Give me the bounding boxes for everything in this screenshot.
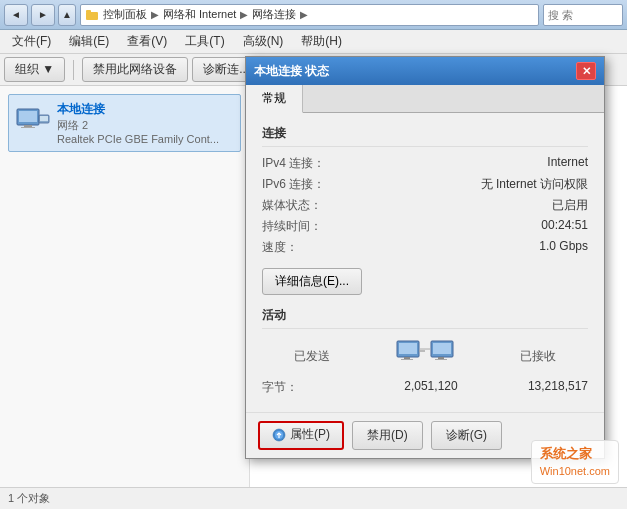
main-window: ◄ ► ▲ 控制面板 ▶ 网络和 Internet ▶ 网络连接 ▶ 文件(F)…: [0, 0, 627, 509]
tab-general[interactable]: 常规: [246, 85, 303, 113]
sent-label: 已发送: [294, 348, 330, 365]
svg-rect-1: [86, 10, 91, 13]
activity-section-title: 活动: [262, 307, 588, 329]
adapter-name: Realtek PCIe GBE Family Cont...: [57, 133, 234, 145]
dialog-body: 连接 IPv4 连接： Internet IPv6 连接： 无 Internet…: [246, 113, 604, 412]
sent-bytes: 2,051,120: [404, 379, 457, 396]
address-bar[interactable]: 控制面板 ▶ 网络和 Internet ▶ 网络连接 ▶: [80, 4, 539, 26]
sep2: ▶: [240, 9, 248, 20]
properties-button[interactable]: 属性(P): [258, 421, 344, 450]
speed-value: 1.0 Gbps: [539, 239, 588, 256]
network-adapter-icon: [15, 101, 51, 137]
diagnose-dialog-button[interactable]: 诊断(G): [431, 421, 502, 450]
watermark-line1: 系统之家: [540, 445, 610, 463]
status-text: 1 个对象: [8, 491, 50, 506]
svg-rect-3: [19, 111, 37, 122]
dialog-title-bar: 本地连接 状态 ✕: [246, 57, 604, 85]
menu-view[interactable]: 查看(V): [119, 31, 175, 52]
sep1: ▶: [151, 9, 159, 20]
watermark: 系统之家 Win10net.com: [531, 440, 619, 484]
dialog-tabs: 常规: [246, 85, 604, 113]
network-info: 本地连接 网络 2 Realtek PCIe GBE Family Cont..…: [57, 101, 234, 145]
duration-row: 持续时间： 00:24:51: [262, 218, 588, 235]
speed-row: 速度： 1.0 Gbps: [262, 239, 588, 256]
ipv6-label: IPv6 连接：: [262, 176, 342, 193]
bytes-row: 字节： 2,051,120 13,218,517: [262, 379, 588, 396]
svg-rect-15: [438, 357, 444, 359]
ipv4-label: IPv4 连接：: [262, 155, 342, 172]
address-part-1: 控制面板: [103, 7, 147, 22]
menu-edit[interactable]: 编辑(E): [61, 31, 117, 52]
menu-bar: 文件(F) 编辑(E) 查看(V) 工具(T) 高级(N) 帮助(H): [0, 30, 627, 54]
computers-activity-icon: [395, 337, 455, 375]
properties-icon: [272, 428, 286, 442]
connection-section-title: 连接: [262, 125, 588, 147]
ipv4-value: Internet: [547, 155, 588, 172]
bytes-label: 字节：: [262, 379, 342, 396]
back-button[interactable]: ◄: [4, 4, 28, 26]
dialog-close-button[interactable]: ✕: [576, 62, 596, 80]
watermark-line2: Win10net.com: [540, 464, 610, 479]
forward-button[interactable]: ►: [31, 4, 55, 26]
svg-rect-9: [399, 343, 417, 354]
duration-label: 持续时间：: [262, 218, 342, 235]
toolbar-sep: [73, 60, 74, 80]
svg-rect-7: [40, 116, 48, 121]
svg-rect-14: [433, 343, 451, 354]
svg-rect-11: [401, 359, 413, 360]
address-part-2: 网络和 Internet: [163, 7, 236, 22]
connection-name: 本地连接: [57, 101, 234, 118]
up-button[interactable]: ▲: [58, 4, 76, 26]
network-type: 网络 2: [57, 118, 234, 133]
ipv6-row: IPv6 连接： 无 Internet 访问权限: [262, 176, 588, 193]
recv-label-col: 已接收: [520, 348, 556, 365]
detail-info-button[interactable]: 详细信息(E)...: [262, 268, 362, 295]
left-panel: 本地连接 网络 2 Realtek PCIe GBE Family Cont..…: [0, 86, 250, 487]
svg-rect-5: [21, 127, 35, 128]
media-row: 媒体状态： 已启用: [262, 197, 588, 214]
menu-help[interactable]: 帮助(H): [293, 31, 350, 52]
duration-value: 00:24:51: [541, 218, 588, 235]
dialog-title: 本地连接 状态: [254, 63, 329, 80]
search-input[interactable]: [543, 4, 623, 26]
menu-file[interactable]: 文件(F): [4, 31, 59, 52]
recv-label: 已接收: [520, 348, 556, 365]
recv-bytes: 13,218,517: [528, 379, 588, 396]
network-connection-item[interactable]: 本地连接 网络 2 Realtek PCIe GBE Family Cont..…: [8, 94, 241, 152]
folder-icon: [85, 8, 99, 22]
title-bar: ◄ ► ▲ 控制面板 ▶ 网络和 Internet ▶ 网络连接 ▶: [0, 0, 627, 30]
connection-status-dialog: 本地连接 状态 ✕ 常规 连接 IPv4 连接： Internet IPv6 连…: [245, 56, 605, 459]
properties-btn-label: 属性(P): [290, 426, 330, 443]
ipv6-value: 无 Internet 访问权限: [481, 176, 588, 193]
sep3: ▶: [300, 9, 308, 20]
disable-network-button[interactable]: 禁用此网络设备: [82, 57, 188, 82]
svg-rect-10: [404, 357, 410, 359]
activity-section: 活动 已发送: [262, 307, 588, 396]
menu-advanced[interactable]: 高级(N): [235, 31, 292, 52]
status-bar: 1 个对象: [0, 487, 627, 509]
media-label: 媒体状态：: [262, 197, 342, 214]
disable-button[interactable]: 禁用(D): [352, 421, 423, 450]
svg-rect-4: [24, 125, 32, 127]
sent-label-col: 已发送: [294, 348, 330, 365]
address-part-3: 网络连接: [252, 7, 296, 22]
svg-rect-0: [86, 12, 98, 20]
media-value: 已启用: [552, 197, 588, 214]
svg-rect-16: [435, 359, 447, 360]
speed-label: 速度：: [262, 239, 342, 256]
ipv4-row: IPv4 连接： Internet: [262, 155, 588, 172]
menu-tools[interactable]: 工具(T): [177, 31, 232, 52]
nav-buttons: ◄ ► ▲: [4, 4, 76, 26]
organize-button[interactable]: 组织 ▼: [4, 57, 65, 82]
